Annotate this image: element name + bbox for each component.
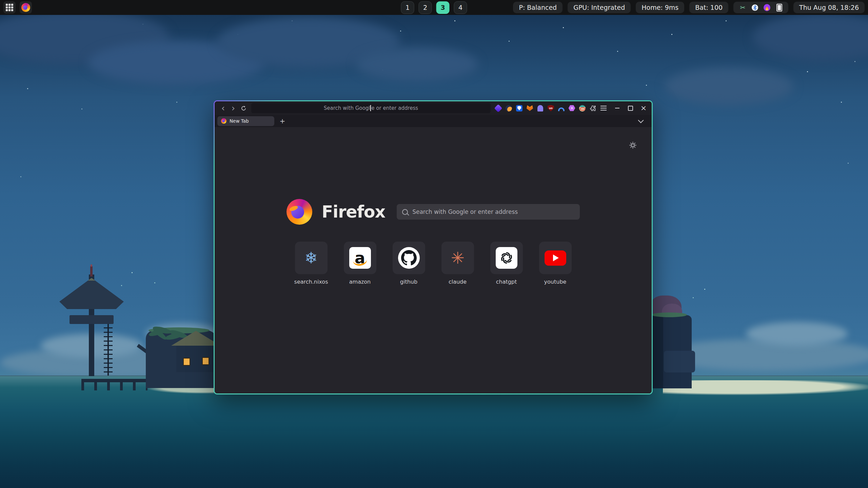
github-octocat-icon (398, 247, 420, 269)
cloud (665, 68, 793, 105)
back-button[interactable]: ‹ (218, 103, 228, 113)
ping-pill: Home: 9ms (636, 2, 684, 13)
firefox-window: ‹ › Search with Google or enter address … (214, 100, 653, 394)
claude-starburst-icon: ✳ (451, 250, 464, 266)
nixos-snowflake-icon: ❄ (304, 250, 318, 266)
window-controls: × (614, 105, 647, 111)
shortcut-label: chatgpt (496, 279, 517, 285)
hut (176, 342, 214, 372)
ping-label: Home: 9ms (642, 4, 678, 11)
navigation-toolbar: ‹ › Search with Google or enter address … (215, 101, 652, 115)
watchtower-spire (90, 266, 93, 277)
firefox-icon (21, 3, 30, 12)
clock-label: Thu Aug 08, 18:26 (799, 4, 859, 11)
purple-gem-extension-icon[interactable] (495, 105, 502, 112)
shortcut-label: search.nixos (294, 279, 328, 285)
firefox-favicon (221, 118, 226, 124)
new-tab-button[interactable]: + (278, 116, 287, 126)
url-placeholder-pre: Search with Googl (324, 105, 370, 111)
shortcut-search-nixos: ❄ search.nixos (295, 242, 328, 285)
disguise-face-extension-icon[interactable] (579, 105, 586, 112)
reload-button[interactable] (238, 103, 249, 113)
workspace-3-active[interactable]: 3 (436, 1, 450, 14)
workspace-label: 3 (440, 4, 445, 11)
extension-toolbar: uo ✳ (495, 105, 607, 112)
ghostery-extension-icon[interactable] (537, 105, 544, 112)
shortcut-tile-youtube[interactable] (539, 242, 572, 274)
url-bar[interactable]: Search with Google or enter address (251, 103, 491, 113)
workspace-2[interactable]: 2 (419, 1, 432, 14)
watchtower-ladder (104, 324, 113, 375)
newtab-search-placeholder: Search with Google or enter address (412, 208, 518, 215)
firefox-launcher-button[interactable] (20, 1, 32, 14)
workspace-1[interactable]: 1 (401, 1, 414, 14)
hut-lit-window (202, 357, 209, 365)
newtab-hero: Firefox Search with Google or enter addr… (215, 127, 652, 225)
hamburger-menu-button[interactable] (600, 105, 607, 112)
bitwarden-extension-icon[interactable] (516, 105, 523, 112)
shortcut-label: github (400, 279, 417, 285)
system-tray: ✂ (733, 2, 788, 13)
firefox-logo (287, 199, 312, 225)
sandbar (663, 380, 868, 395)
app-grid-icon (6, 4, 13, 11)
shortcut-youtube: youtube (539, 242, 572, 285)
openai-knot-icon (496, 247, 517, 269)
maximize-button[interactable] (627, 105, 634, 111)
hex-asterisk-extension-icon[interactable]: ✳ (568, 105, 575, 112)
close-button[interactable]: × (640, 105, 647, 111)
watchtower-platform (70, 315, 114, 324)
tab-title: New Tab (230, 118, 249, 124)
battery-pill: Bat: 100 (689, 2, 728, 13)
shortcut-github: github (393, 242, 425, 285)
gpu-label: GPU: Integrated (573, 4, 625, 11)
shortcut-tile-claude[interactable]: ✳ (441, 242, 474, 274)
personalize-gear-icon[interactable] (629, 141, 637, 150)
workspace-4[interactable]: 4 (454, 1, 467, 14)
shortcut-tile-search-nixos[interactable]: ❄ (295, 242, 328, 274)
battery-label: Bat: 100 (695, 4, 723, 11)
phone-icon[interactable] (776, 4, 783, 11)
dark-reader-extension-icon[interactable] (505, 105, 512, 112)
extensions-puzzle-icon[interactable] (589, 105, 596, 112)
status-bar: 1 2 3 4 P: Balanced GPU: Integrated Home… (0, 0, 868, 15)
shortcut-tiles: ❄ search.nixos a amazon gi (215, 242, 652, 285)
gpu-pill: GPU: Integrated (568, 2, 631, 13)
firefox-wordmark: Firefox (322, 202, 385, 222)
power-profile-label: P: Balanced (519, 4, 557, 11)
shortcut-chatgpt: chatgpt (490, 242, 523, 285)
cloud (356, 47, 478, 81)
newtab-search-input[interactable]: Search with Google or enter address (397, 204, 580, 220)
clock-pill: Thu Aug 08, 18:26 (793, 2, 865, 13)
scissors-icon[interactable]: ✂ (739, 4, 746, 11)
text-caret (370, 105, 371, 111)
workspace-label: 1 (406, 4, 410, 11)
shortcut-tile-chatgpt[interactable] (490, 242, 523, 274)
right-cliff-grass (652, 312, 687, 317)
status-modules: P: Balanced GPU: Integrated Home: 9ms Ba… (513, 2, 865, 13)
horizon-cloud (746, 322, 848, 346)
bluetooth-icon[interactable] (751, 4, 758, 11)
shortcut-label: amazon (349, 279, 371, 285)
tab-new-tab[interactable]: New Tab (217, 116, 274, 126)
shortcut-amazon: a amazon (344, 242, 376, 285)
tab-bar: New Tab + (215, 115, 652, 127)
shortcut-tile-github[interactable] (393, 242, 425, 274)
search-icon (402, 209, 408, 215)
flame-badge-icon[interactable] (764, 4, 770, 11)
new-tab-page: Firefox Search with Google or enter addr… (215, 127, 652, 393)
forward-button[interactable]: › (228, 103, 238, 113)
pier-posts (81, 379, 147, 390)
ublock-origin-extension-icon[interactable]: uo (547, 105, 554, 112)
metamask-extension-icon[interactable] (526, 105, 533, 112)
app-launcher-button[interactable] (3, 1, 16, 14)
workspace-label: 2 (423, 4, 427, 11)
shortcut-label: youtube (544, 279, 567, 285)
list-all-tabs-chevron-icon[interactable] (638, 118, 644, 123)
shortcut-label: claude (449, 279, 467, 285)
workspace-label: 4 (458, 4, 462, 11)
minimize-button[interactable] (614, 105, 620, 111)
vpn-arc-extension-icon[interactable] (558, 105, 565, 112)
youtube-play-icon (545, 250, 566, 266)
shortcut-tile-amazon[interactable]: a (344, 242, 376, 274)
